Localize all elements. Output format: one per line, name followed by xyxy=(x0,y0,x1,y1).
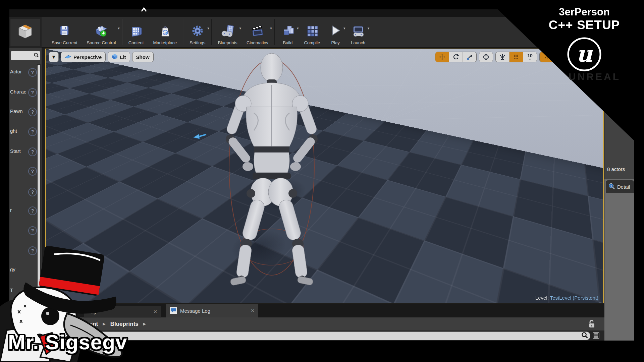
place-actor-item[interactable]: ? xyxy=(9,167,42,176)
place-actor-item[interactable]: r? xyxy=(9,206,42,215)
play-icon xyxy=(329,22,341,40)
toolbar-separator xyxy=(122,19,122,45)
marketplace-bag-icon: u xyxy=(158,22,172,40)
place-actor-item-character[interactable]: Charac? xyxy=(9,88,42,97)
message-log-tab[interactable]: Message Log ✕ xyxy=(166,304,258,317)
chevron-down-icon[interactable]: ▾ xyxy=(343,26,345,31)
blueprints-button[interactable]: Blueprints xyxy=(213,17,242,47)
cube-thumbnail-icon xyxy=(15,22,35,43)
search-icon xyxy=(34,52,39,59)
item-label: Pawn xyxy=(10,108,23,114)
item-label: Charac xyxy=(10,89,26,95)
launch-button[interactable]: Launch xyxy=(346,17,370,47)
details-panel-tab[interactable]: i Detail xyxy=(606,180,634,193)
compile-button[interactable]: Compile xyxy=(299,17,325,47)
chevron-down-icon[interactable]: ▾ xyxy=(118,26,120,31)
close-icon[interactable]: ✕ xyxy=(153,309,157,314)
build-blocks-icon xyxy=(281,22,295,40)
unreal-engine-logo: u xyxy=(566,36,602,74)
chevron-down-icon[interactable]: ▾ xyxy=(270,26,272,31)
help-icon: ? xyxy=(28,147,37,156)
message-log-icon xyxy=(169,306,177,315)
lit-mode-button[interactable]: Lit xyxy=(108,52,130,62)
place-actors-search[interactable] xyxy=(11,51,40,60)
help-icon: ? xyxy=(28,206,37,215)
content-browser-icon xyxy=(129,22,143,40)
close-icon[interactable]: ✕ xyxy=(251,308,255,313)
perspective-button[interactable]: Perspective xyxy=(61,52,106,62)
svg-text:x: x xyxy=(19,318,23,324)
source-control-icon xyxy=(94,22,109,40)
toolbar-separator xyxy=(274,19,275,45)
floppy-disk-icon xyxy=(58,22,71,40)
chevron-down-icon: ▼ xyxy=(52,55,55,59)
unlock-icon[interactable] xyxy=(588,319,596,330)
move-tool-button[interactable] xyxy=(435,52,449,62)
chevron-down-icon[interactable]: ▾ xyxy=(368,26,370,31)
blue-gizmo-arrow[interactable] xyxy=(193,132,208,140)
blueprints-icon xyxy=(220,22,235,40)
watermark-text: Mr. Sigsegv xyxy=(8,330,127,354)
corner-banner: 3erPerson C++ SETUP u xyxy=(531,6,638,74)
settings-label: Settings xyxy=(190,40,205,45)
play-button[interactable]: Play xyxy=(325,17,346,47)
mouse-cursor xyxy=(141,7,147,12)
place-actors-search-input[interactable] xyxy=(11,53,34,58)
lit-label: Lit xyxy=(120,54,126,60)
banner-title-line2: C++ SETUP xyxy=(531,18,638,32)
actors-count-label: 8 actors xyxy=(607,166,625,172)
chevron-down-icon[interactable]: ▾ xyxy=(239,26,241,31)
launch-icon xyxy=(351,22,366,40)
source-control-label: Source Control xyxy=(87,40,116,45)
search-icon xyxy=(581,332,588,340)
show-label: Show xyxy=(136,54,150,60)
gear-icon xyxy=(191,22,204,40)
mannequin-character[interactable] xyxy=(204,49,338,287)
unreal-u-glyph: u xyxy=(576,41,593,67)
level-name-link[interactable]: TestLevel (Persistent) xyxy=(550,295,598,301)
chevron-down-icon[interactable]: ▾ xyxy=(297,26,299,31)
place-actor-item[interactable]: ? xyxy=(9,226,42,235)
cinematics-label: Cinematics xyxy=(247,40,268,45)
help-icon: ? xyxy=(28,188,37,196)
svg-text:x: x xyxy=(23,303,26,308)
item-label: Start xyxy=(10,148,21,154)
help-icon: ? xyxy=(28,108,37,116)
rotate-tool-button[interactable] xyxy=(449,52,463,62)
help-icon: ? xyxy=(28,226,37,235)
place-actors-mode-tab[interactable] xyxy=(10,19,40,46)
svg-text:u: u xyxy=(164,31,167,35)
toolbar-separator xyxy=(211,19,212,45)
marketplace-button[interactable]: u Marketplace xyxy=(148,17,181,47)
help-icon: ? xyxy=(28,88,37,97)
place-actor-item-player-start[interactable]: Start? xyxy=(9,147,42,156)
lit-cube-icon xyxy=(112,54,118,61)
banner-faded-text: UNREAL xyxy=(569,71,621,82)
clapperboard-icon xyxy=(250,22,265,40)
help-icon: ? xyxy=(28,127,37,136)
item-label: Actor xyxy=(10,69,22,74)
chevron-down-icon[interactable]: ▾ xyxy=(207,26,209,31)
help-icon: ? xyxy=(28,167,37,176)
level-label: Level: xyxy=(535,295,549,301)
scale-tool-button[interactable] xyxy=(463,52,476,62)
save-current-button[interactable]: Save Current xyxy=(47,17,82,47)
place-actor-item[interactable]: ? xyxy=(9,188,42,196)
show-button[interactable]: Show xyxy=(132,52,154,62)
source-control-button[interactable]: Source Control xyxy=(82,17,121,47)
cinematics-button[interactable]: Cinematics xyxy=(242,17,273,47)
viewport-toolbar-left: ▼ Perspective Lit Show xyxy=(49,52,154,62)
place-actor-item-pawn[interactable]: Pawn? xyxy=(9,108,42,116)
perspective-label: Perspective xyxy=(73,54,102,60)
place-actor-item-light[interactable]: ght? xyxy=(9,127,42,136)
place-actor-item-actor[interactable]: Actor? xyxy=(9,68,42,77)
save-current-label: Save Current xyxy=(52,40,77,45)
screenshot-stage: Save Current Source Control ▾ Content u … xyxy=(0,0,644,362)
build-button[interactable]: Build xyxy=(276,17,300,47)
content-button[interactable]: Content xyxy=(124,17,149,47)
viewport-options-button[interactable]: ▼ xyxy=(49,52,59,62)
banner-title-line1: 3erPerson xyxy=(531,6,638,18)
help-icon: ? xyxy=(28,68,37,77)
settings-button[interactable]: Settings xyxy=(185,17,210,47)
save-search-icon[interactable] xyxy=(592,332,600,341)
